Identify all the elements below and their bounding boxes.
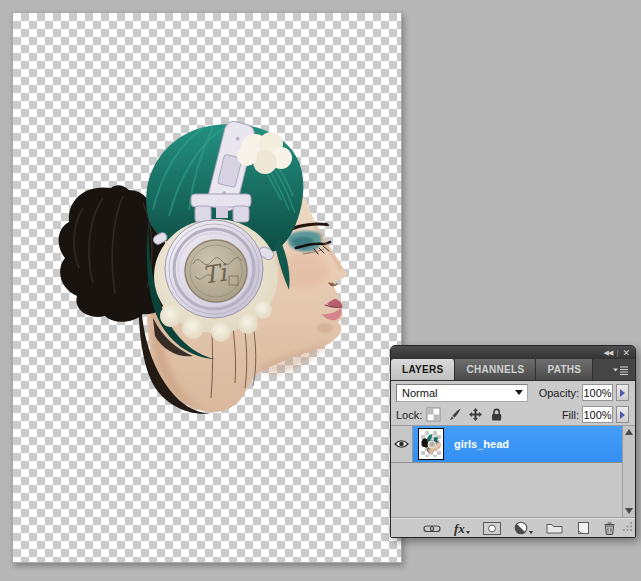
close-panel-button[interactable]: ✕ <box>622 348 630 358</box>
panel-body: Normal Opacity: 100% Lock: <box>391 381 635 538</box>
layer-visibility-toggle[interactable] <box>391 426 413 462</box>
lock-position-icon[interactable] <box>468 407 483 422</box>
arrow-up-icon <box>625 429 633 435</box>
eye-icon <box>394 439 409 449</box>
add-layer-mask-button[interactable] <box>483 522 501 535</box>
link-icon <box>423 523 441 534</box>
opacity-label: Opacity: <box>539 387 579 399</box>
lock-label: Lock: <box>396 409 422 421</box>
layers-panel: ◀◀ | ✕ LAYERS CHANNELS PATHS Normal Opac… <box>390 345 636 538</box>
panel-footer-bar: fx <box>391 517 635 538</box>
delete-layer-button[interactable] <box>603 521 616 535</box>
layers-list: girls_head <box>391 426 635 517</box>
blend-mode-value: Normal <box>402 387 437 399</box>
layers-scrollbar[interactable] <box>622 426 635 517</box>
layer-thumbnail[interactable] <box>418 428 444 460</box>
arrow-right-icon <box>620 411 625 419</box>
document-canvas[interactable]: Ti <box>12 12 402 563</box>
resize-grip-icon <box>622 521 633 532</box>
layer-row-girls-head[interactable]: girls_head <box>391 426 622 463</box>
opacity-slider-button[interactable] <box>616 384 629 401</box>
scroll-down-button[interactable] <box>625 508 633 514</box>
folder-icon <box>546 522 563 534</box>
arrow-right-icon <box>620 389 625 397</box>
arrow-down-icon <box>625 508 633 514</box>
link-layers-button[interactable] <box>423 523 441 534</box>
trash-icon <box>603 521 616 535</box>
chrome-divider: | <box>616 348 618 358</box>
girls-head-image: Ti <box>53 118 353 423</box>
panel-tab-bar: LAYERS CHANNELS PATHS <box>391 359 635 381</box>
lock-buttons <box>426 407 504 422</box>
panel-chrome-bar: ◀◀ | ✕ <box>391 346 635 359</box>
fx-icon: fx <box>454 522 465 535</box>
new-group-button[interactable] <box>546 522 563 534</box>
tab-bar-spacer <box>593 359 635 380</box>
panel-resize-grip[interactable] <box>622 518 633 536</box>
scroll-up-button[interactable] <box>625 429 633 435</box>
lock-image-pixels-icon[interactable] <box>447 407 462 422</box>
fill-slider-button[interactable] <box>616 406 629 423</box>
new-layer-icon <box>576 521 590 535</box>
blend-mode-select[interactable]: Normal <box>396 384 528 402</box>
fill-input[interactable]: 100% <box>582 406 613 423</box>
tab-layers[interactable]: LAYERS <box>391 359 455 380</box>
layer-mask-icon <box>483 522 501 535</box>
caret-down-icon <box>529 531 533 534</box>
panel-menu-icon[interactable] <box>612 364 629 376</box>
caret-down-icon <box>466 531 470 534</box>
layer-style-button[interactable]: fx <box>454 522 470 535</box>
chevron-down-icon <box>515 390 523 395</box>
layer-name[interactable]: girls_head <box>454 438 509 450</box>
lock-all-icon[interactable] <box>489 407 504 422</box>
layer-thumbnail-art <box>421 431 441 457</box>
collapse-to-icons-button[interactable]: ◀◀ <box>604 348 613 358</box>
adjustment-layer-icon <box>514 521 528 535</box>
fill-label: Fill: <box>562 409 579 421</box>
opacity-input[interactable]: 100% <box>582 384 613 401</box>
new-layer-button[interactable] <box>576 521 590 535</box>
lock-transparent-pixels-icon[interactable] <box>426 407 441 422</box>
adjustment-layer-button[interactable] <box>514 521 533 535</box>
tab-paths[interactable]: PATHS <box>536 359 593 380</box>
tab-channels[interactable]: CHANNELS <box>455 359 536 380</box>
